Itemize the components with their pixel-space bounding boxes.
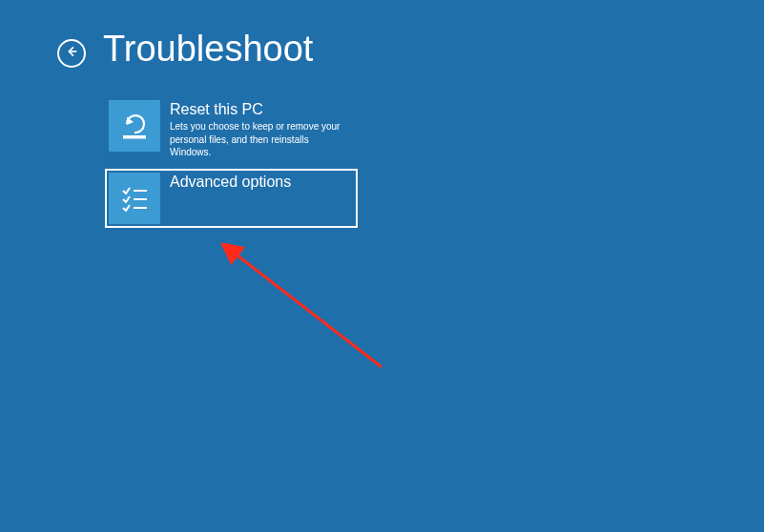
options-list: Reset this PC Lets you choose to keep or… [0, 70, 764, 228]
header: Troubleshoot [0, 0, 764, 70]
annotation-arrow [219, 243, 410, 399]
svg-line-5 [234, 253, 382, 367]
back-button[interactable] [57, 39, 86, 68]
reset-tile-title: Reset this PC [170, 100, 341, 118]
svg-rect-0 [123, 135, 146, 139]
advanced-tile-title: Advanced options [170, 173, 291, 191]
reset-tile-description: Lets you choose to keep or remove your p… [170, 120, 341, 159]
reset-icon [109, 100, 160, 152]
reset-this-pc-tile[interactable]: Reset this PC Lets you choose to keep or… [105, 96, 358, 163]
advanced-options-tile[interactable]: Advanced options [105, 169, 358, 228]
back-arrow-icon [64, 44, 79, 63]
reset-tile-text: Reset this PC Lets you choose to keep or… [170, 100, 341, 159]
page-title: Troubleshoot [103, 29, 313, 70]
checklist-icon [109, 173, 160, 224]
advanced-tile-text: Advanced options [170, 173, 291, 224]
